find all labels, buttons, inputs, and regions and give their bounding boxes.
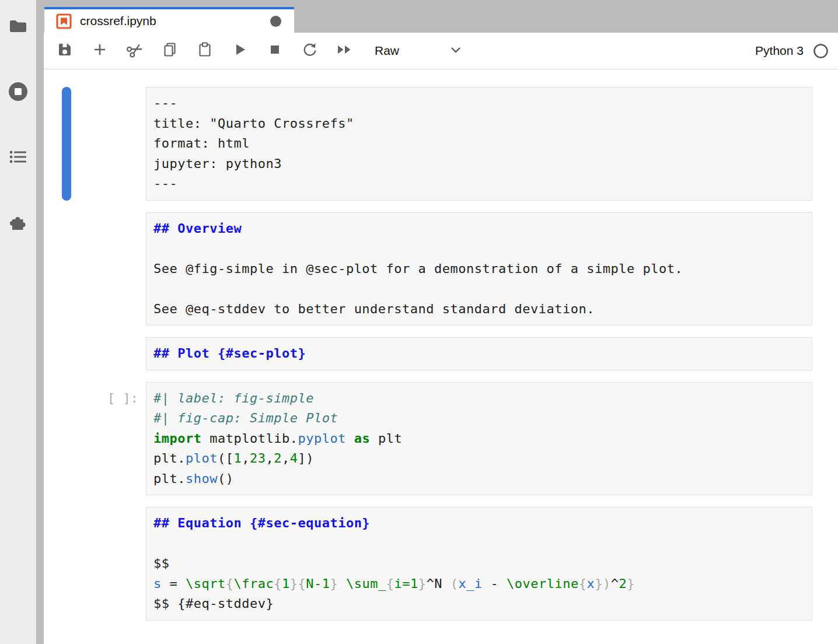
kernel-idle-circle-icon[interactable] <box>813 43 829 59</box>
insert-cell-button[interactable] <box>91 41 109 61</box>
stop-square-icon <box>266 41 284 61</box>
notebook-file-icon <box>56 13 72 29</box>
cell-code-plot[interactable]: #| label: fig-simple#| fig-cap: Simple P… <box>146 382 812 496</box>
jupyterlab-app: crossref.ipynb <box>0 0 838 644</box>
tab-title: crossref.ipynb <box>80 14 156 28</box>
restart-refresh-icon <box>301 41 319 61</box>
cell-type-dropdown[interactable]: Raw <box>375 44 462 58</box>
cell-row-equation: ## Equation {#sec-equation} $$s = \sqrt{… <box>44 507 838 621</box>
save-button[interactable] <box>56 41 74 61</box>
table-of-contents-icon <box>8 148 28 166</box>
paste-cells-button[interactable] <box>196 41 214 61</box>
interrupt-kernel-button[interactable] <box>266 41 284 61</box>
execution-count-prompt: [ ]: <box>44 382 146 496</box>
notebook-toolbar: Raw Python 3 <box>44 33 838 69</box>
cell-markdown-equation[interactable]: ## Equation {#sec-equation} $$s = \sqrt{… <box>146 507 812 621</box>
cut-cells-button[interactable] <box>126 41 144 61</box>
plus-icon <box>91 41 109 61</box>
cell-markdown-plot-heading[interactable]: ## Plot {#sec-plot} <box>146 337 812 370</box>
cell-markdown-overview[interactable]: ## Overview See @fig-simple in @sec-plot… <box>146 212 812 326</box>
table-of-contents-button[interactable] <box>7 146 29 168</box>
cell-row-code: [ ]: #| label: fig-simple#| fig-cap: Sim… <box>44 382 838 496</box>
cell-prompt <box>44 337 146 370</box>
run-cell-button[interactable] <box>231 41 249 61</box>
cell-prompt <box>44 507 146 621</box>
cell-type-value: Raw <box>375 44 399 58</box>
folder-icon <box>8 18 29 35</box>
copy-cells-button[interactable] <box>161 41 179 61</box>
notebook-panel: ---title: "Quarto Crossrefs"format: html… <box>44 69 838 644</box>
cell-prompt <box>44 87 146 201</box>
scissors-cut-icon <box>125 40 145 62</box>
extension-puzzle-icon <box>8 212 28 232</box>
cell-row-plot-heading: ## Plot {#sec-plot} <box>44 337 838 370</box>
selected-cell-indicator <box>62 87 71 201</box>
cell-prompt <box>44 212 146 326</box>
kernel-name[interactable]: Python 3 <box>755 44 804 58</box>
chevron-down-icon <box>449 44 462 58</box>
running-sessions-icon <box>7 80 29 103</box>
file-browser-button[interactable] <box>7 15 29 37</box>
cell-raw-frontmatter[interactable]: ---title: "Quarto Crossrefs"format: html… <box>146 87 812 201</box>
left-activity-bar <box>0 0 36 644</box>
restart-kernel-button[interactable] <box>301 41 319 61</box>
run-play-icon <box>231 41 249 61</box>
cell-row-overview: ## Overview See @fig-simple in @sec-plot… <box>44 212 838 326</box>
notebook-tab[interactable]: crossref.ipynb <box>44 7 294 33</box>
unsaved-changes-dot[interactable] <box>270 16 281 27</box>
sidebar-splitter[interactable] <box>36 33 44 644</box>
paste-clipboard-icon <box>196 41 214 61</box>
dock-tab-bar: crossref.ipynb <box>36 0 838 33</box>
save-floppy-icon <box>56 41 74 61</box>
restart-run-all-button[interactable] <box>336 41 354 61</box>
fast-forward-icon <box>335 41 355 61</box>
copy-icon <box>161 41 179 61</box>
running-sessions-button[interactable] <box>7 80 29 103</box>
extension-manager-button[interactable] <box>7 211 29 233</box>
cell-row-frontmatter: ---title: "Quarto Crossrefs"format: html… <box>44 87 838 201</box>
